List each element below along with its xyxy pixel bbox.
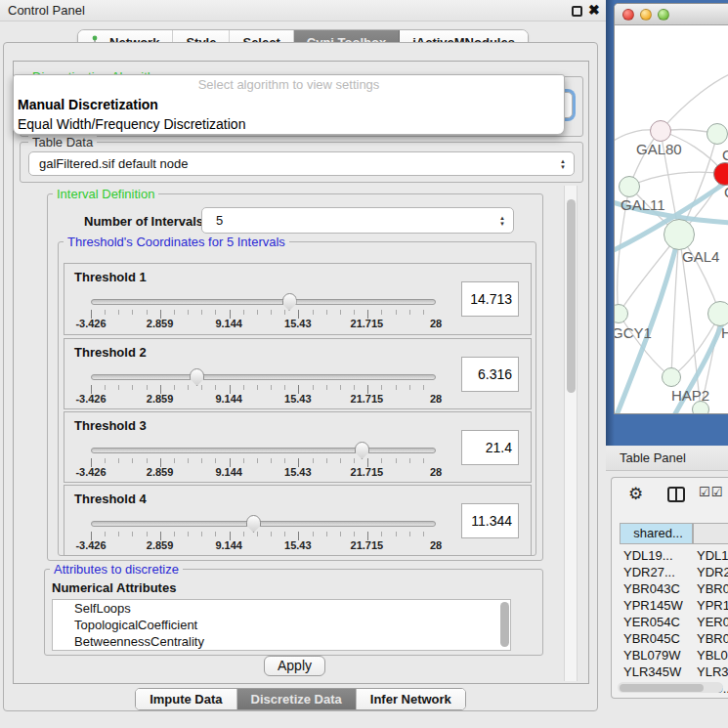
threshold-4-card: Threshold 4 -3.426 2.859 9.144 15.43 21.… (64, 485, 532, 556)
threshold-4-value-field[interactable]: 11.344 (461, 503, 519, 538)
num-intervals-combobox[interactable]: 5 ▲▼ (201, 207, 514, 234)
node-label: GAL80 (636, 141, 682, 157)
tab-impute-data[interactable]: Impute Data (136, 689, 236, 709)
combo-arrows-icon: ▲▼ (492, 215, 513, 227)
zoom-traffic-light-icon[interactable] (658, 9, 669, 21)
interval-definition-title: Interval Definition (53, 187, 158, 201)
network-canvas[interactable]: GAL80 G C GAL11 GAL4 GCY1 H HAP2 (615, 25, 728, 414)
table-row[interactable]: YDR27...YDR2... (620, 564, 728, 580)
threshold-1-slider-thumb[interactable] (282, 293, 297, 311)
node-label: HAP2 (671, 387, 709, 404)
threshold-3-value-field[interactable]: 21.4 (461, 430, 519, 465)
column-header-name[interactable]: n... (693, 523, 728, 544)
threshold-2-slider[interactable] (91, 374, 436, 380)
network-node-hap2[interactable] (662, 367, 681, 387)
column-header-shared-name[interactable]: shared... (620, 523, 693, 544)
table-row[interactable]: YBR045CYBR0... (620, 630, 728, 647)
numerical-attributes-list[interactable]: SelfLoops TopologicalCoefficient Between… (52, 599, 511, 651)
minimize-traffic-light-icon[interactable] (640, 9, 652, 21)
threshold-3-slider-thumb[interactable] (355, 442, 369, 459)
table-panel-body: ⚙ ☑☑ shared... n... YDL19...YDL1... YDR2… (611, 477, 728, 699)
threshold-4-slider-thumb[interactable] (246, 515, 261, 533)
table-panel-toolbar: ⚙ ☑☑ (612, 484, 728, 507)
network-node-gal80[interactable] (650, 120, 671, 142)
interval-definition-group: Interval Definition Number of Intervals … (47, 193, 543, 561)
dropdown-option-manual[interactable]: Manual Discretization (14, 95, 564, 114)
close-traffic-light-icon[interactable] (622, 9, 634, 21)
table-panel-title: Table Panel (620, 450, 686, 465)
threshold-4-slider[interactable] (91, 521, 436, 527)
dropdown-option-equal-width[interactable]: Equal Width/Frequency Discretization (14, 114, 564, 134)
threshold-3-card: Threshold 3 -3.426 2.859 9.144 15.43 21.… (64, 411, 532, 483)
thresholds-group: Threshold's Coordinates for 5 Intervals … (58, 241, 536, 556)
node-label: GAL11 (621, 196, 665, 213)
algorithm-dropdown-popup: Select algorithm to view settings Manual… (13, 74, 565, 135)
threshold-3-slider[interactable] (91, 448, 436, 453)
bottom-tab-bar: Impute Data Discretize Data Infer Networ… (3, 688, 598, 710)
node-table: shared... n... YDL19...YDL1... YDR27...Y… (620, 523, 728, 697)
threshold-2-value-field[interactable]: 6.316 (461, 357, 519, 392)
list-item[interactable]: BetweennessCentrality (53, 633, 510, 650)
gear-icon[interactable]: ⚙ (628, 484, 643, 504)
node-label: G (722, 147, 728, 163)
network-node-gal11[interactable] (619, 176, 640, 197)
tab-infer-network[interactable]: Infer Network (357, 689, 465, 709)
threshold-1-value-field[interactable]: 14.713 (461, 281, 519, 317)
close-icon[interactable]: ✖ (588, 2, 600, 18)
attributes-list-scrollbar[interactable] (500, 602, 509, 647)
settings-scrollbar[interactable] (564, 186, 578, 681)
attributes-group-title: Attributes to discretize (50, 562, 183, 577)
network-node[interactable] (707, 123, 728, 145)
float-icon[interactable] (572, 6, 582, 17)
table-horizontal-scrollbar-thumb[interactable] (620, 684, 704, 692)
table-row[interactable]: YLR345WYLR3... (620, 664, 728, 680)
list-item[interactable]: TopologicalCoefficient (53, 617, 510, 633)
network-window[interactable]: GAL80 G C GAL11 GAL4 GCY1 H HAP2 (614, 3, 728, 414)
threshold-1-slider[interactable] (91, 299, 436, 305)
network-window-titlebar[interactable] (615, 4, 728, 25)
table-data-combobox[interactable]: galFiltered.sif default node ▲▼ (28, 151, 575, 176)
table-row[interactable]: YPR145WYPR1... (620, 597, 728, 614)
table-row[interactable]: YER054CYER0... (620, 614, 728, 630)
network-node-h[interactable] (707, 301, 728, 326)
threshold-2-slider-thumb[interactable] (190, 368, 204, 386)
thresholds-group-title: Threshold's Coordinates for 5 Intervals (64, 235, 289, 249)
tab-discretize-data[interactable]: Discretize Data (237, 689, 357, 709)
columns-icon[interactable] (667, 487, 685, 502)
dropdown-hint: Select algorithm to view settings (14, 75, 564, 95)
table-data-group: Table Data galFiltered.sif default node … (20, 142, 583, 183)
network-window-frame[interactable]: GAL80 G C GAL11 GAL4 GCY1 H HAP2 (606, 0, 728, 446)
apply-button[interactable]: Apply (264, 656, 325, 676)
table-horizontal-scrollbar[interactable] (618, 682, 723, 693)
numerical-attributes-label: Numerical Attributes (52, 580, 176, 595)
table-header-row: shared... n... (620, 523, 728, 544)
network-node-gal4[interactable] (664, 219, 695, 250)
list-item[interactable]: SelfLoops (53, 600, 510, 617)
node-label: H (721, 324, 728, 341)
table-panel-titlebar: Table Panel (606, 447, 728, 471)
node-label: GAL4 (682, 248, 719, 265)
attributes-group: Attributes to discretize Numerical Attri… (44, 569, 543, 656)
table-row[interactable]: YDL19...YDL1... (620, 547, 728, 564)
node-label: GCY1 (615, 324, 652, 341)
combo-arrows-icon: ▲▼ (552, 158, 574, 170)
control-panel-titlebar: Control Panel ✖ (0, 0, 606, 21)
node-label: C (724, 184, 728, 200)
panel-title: Control Panel (8, 3, 85, 18)
num-intervals-label: Number of Intervals (84, 214, 203, 229)
table-row[interactable]: YBR043CYBR0... (620, 580, 728, 597)
table-row[interactable]: YBL079WYBL0... (620, 647, 728, 664)
select-columns-checkboxes-icon[interactable]: ☑☑ (699, 485, 723, 499)
settings-scrollbar-thumb[interactable] (567, 199, 576, 393)
threshold-2-card: Threshold 2 -3.426 2.859 9.144 15.43 21.… (64, 338, 532, 409)
table-data-title: Table Data (28, 135, 97, 150)
threshold-1-card: Threshold 1 -3.426 2.859 9.144 15.43 21.… (64, 263, 532, 335)
